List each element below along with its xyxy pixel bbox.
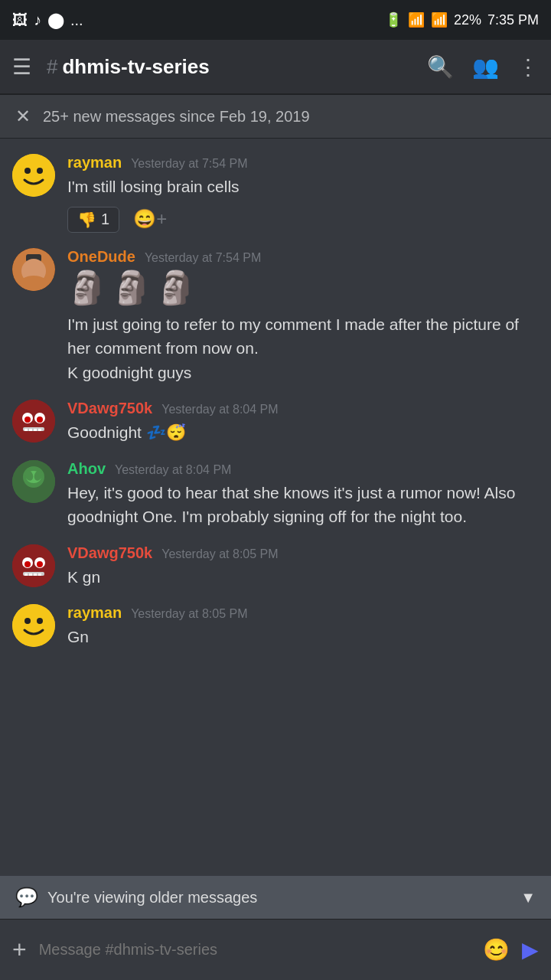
timestamp: Yesterday at 8:04 PM: [115, 463, 231, 477]
svg-point-0: [12, 154, 55, 197]
channel-name: dhmis-tv-series: [62, 55, 209, 79]
svg-rect-29: [29, 573, 32, 576]
thumbs-down-reaction[interactable]: 👎 1: [67, 207, 119, 233]
message-input[interactable]: [39, 941, 471, 959]
status-bar: 🖼 ♪ ⬤ ... 🔋 📶 📶 22% 7:35 PM: [0, 0, 551, 40]
svg-point-11: [37, 416, 43, 423]
time-display: 7:35 PM: [487, 12, 539, 28]
timestamp: Yesterday at 8:04 PM: [161, 403, 278, 416]
message-input-area: + 😊 ▶: [0, 919, 551, 980]
emoji-row: 🗿 🗿 🗿: [67, 269, 539, 306]
timestamp: Yesterday at 7:54 PM: [145, 251, 261, 265]
username: rayman: [67, 154, 122, 172]
add-attachment-button[interactable]: +: [12, 936, 27, 964]
channel-title: # dhmis-tv-series: [47, 55, 412, 79]
svg-point-6: [20, 276, 47, 291]
more-options-icon[interactable]: ⋮: [517, 54, 539, 80]
signal-icon: 📶: [431, 11, 448, 28]
message-content: rayman Yesterday at 7:54 PM I'm still lo…: [67, 154, 539, 233]
older-messages-label: You're viewing older messages: [47, 889, 511, 906]
svg-rect-28: [24, 573, 28, 576]
emoji-2: 🗿: [112, 269, 152, 306]
hash-symbol: #: [47, 55, 57, 79]
avatar: [12, 460, 55, 503]
banner-message: 25+ new messages since Feb 19, 2019: [43, 108, 310, 126]
banner-close-button[interactable]: ✕: [15, 106, 31, 127]
message-text: I'm still losing brain cells: [67, 175, 539, 199]
svg-point-26: [37, 561, 43, 567]
message-content: VDawg750k Yesterday at 8:05 PM K gn: [67, 544, 539, 590]
username: VDawg750k: [67, 400, 152, 417]
hamburger-menu-button[interactable]: ☰: [12, 54, 31, 80]
message-text: Hey, it's good to hear that she knows it…: [67, 481, 539, 529]
emoji-1: 🗿: [67, 269, 107, 306]
message-group: VDawg750k Yesterday at 8:04 PM Goodnight…: [0, 392, 551, 452]
new-messages-banner: ✕ 25+ new messages since Feb 19, 2019: [0, 95, 551, 139]
gallery-icon: 🖼: [12, 11, 28, 29]
message-group: rayman Yesterday at 8:05 PM Gn: [0, 596, 551, 657]
svg-rect-31: [38, 573, 41, 576]
svg-point-7: [12, 400, 55, 443]
camera-icon: ⬤: [47, 11, 64, 29]
message-content: VDawg750k Yesterday at 8:04 PM Goodnight…: [67, 400, 539, 445]
svg-rect-15: [34, 429, 37, 431]
message-text: Goodnight 💤😴: [67, 420, 539, 445]
message-header: Ahov Yesterday at 8:04 PM: [67, 460, 539, 478]
message-text: Gn: [67, 625, 539, 649]
members-icon[interactable]: 👥: [472, 54, 499, 80]
channel-header: ☰ # dhmis-tv-series 🔍 👥 ⋮: [0, 40, 551, 95]
username: rayman: [67, 604, 122, 622]
username: VDawg750k: [67, 544, 152, 562]
svg-point-33: [24, 618, 31, 624]
emoji-3: 🗿: [156, 269, 196, 306]
message-group: VDawg750k Yesterday at 8:05 PM K gn: [0, 537, 551, 597]
add-reaction-button[interactable]: 😄+: [127, 207, 173, 233]
avatar: [12, 400, 55, 443]
messages-list: rayman Yesterday at 7:54 PM I'm still lo…: [0, 139, 551, 876]
timestamp: Yesterday at 8:05 PM: [161, 547, 278, 561]
message-header: rayman Yesterday at 8:05 PM: [67, 604, 539, 622]
svg-point-1: [24, 168, 31, 174]
svg-rect-30: [34, 573, 37, 576]
status-left-icons: 🖼 ♪ ⬤ ...: [12, 11, 83, 29]
send-message-button[interactable]: ▶: [522, 937, 539, 962]
reaction-count: 1: [101, 211, 109, 228]
username: OneDude: [67, 248, 135, 266]
battery-percent: 22%: [454, 12, 481, 28]
svg-point-10: [24, 416, 31, 423]
svg-point-34: [37, 618, 43, 624]
battery-charging-icon: 🔋: [385, 11, 402, 28]
wifi-icon: 📶: [408, 11, 425, 28]
avatar: [12, 544, 55, 587]
timestamp: Yesterday at 8:05 PM: [131, 607, 247, 621]
svg-rect-13: [24, 429, 28, 431]
older-messages-bar[interactable]: 💬 You're viewing older messages ▼: [0, 876, 551, 919]
status-right-icons: 🔋 📶 📶 22% 7:35 PM: [385, 11, 539, 28]
header-action-icons: 🔍 👥 ⋮: [427, 54, 539, 80]
emoji-picker-button[interactable]: 😊: [483, 937, 510, 962]
svg-rect-16: [38, 429, 41, 431]
message-group: OneDude Yesterday at 7:54 PM 🗿 🗿 🗿 I'm j…: [0, 240, 551, 393]
chat-icon: 💬: [15, 887, 38, 908]
reactions: 👎 1 😄+: [67, 207, 539, 233]
message-content: rayman Yesterday at 8:05 PM Gn: [67, 604, 539, 649]
svg-point-32: [12, 604, 55, 647]
avatar: [12, 248, 55, 291]
reaction-emoji: 👎: [77, 211, 96, 229]
message-content: Ahov Yesterday at 8:04 PM Hey, it's good…: [67, 460, 539, 529]
svg-point-2: [37, 168, 43, 174]
svg-point-22: [12, 544, 55, 587]
message-header: VDawg750k Yesterday at 8:04 PM: [67, 400, 539, 417]
message-header: rayman Yesterday at 7:54 PM: [67, 154, 539, 172]
chevron-down-icon: ▼: [520, 889, 536, 906]
message-header: VDawg750k Yesterday at 8:05 PM: [67, 544, 539, 562]
svg-point-25: [24, 561, 31, 567]
tiktok-icon: ♪: [34, 11, 41, 29]
timestamp: Yesterday at 7:54 PM: [131, 157, 247, 171]
avatar: [12, 604, 55, 647]
message-text: K gn: [67, 565, 539, 590]
search-icon[interactable]: 🔍: [427, 54, 454, 80]
message-header: OneDude Yesterday at 7:54 PM: [67, 248, 539, 266]
username: Ahov: [67, 460, 106, 478]
message-group: rayman Yesterday at 7:54 PM I'm still lo…: [0, 146, 551, 240]
